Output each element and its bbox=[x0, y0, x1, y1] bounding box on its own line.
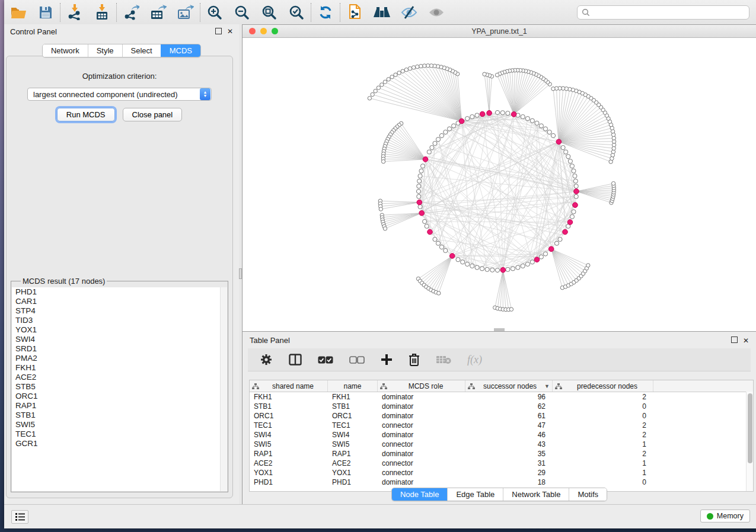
column-header-shared-name[interactable]: shared name bbox=[250, 380, 328, 392]
column-header-MCDS-role[interactable]: MCDS role bbox=[378, 380, 465, 392]
deselect-all-icon[interactable] bbox=[349, 352, 365, 367]
binoculars-icon[interactable] bbox=[373, 4, 391, 21]
table-panel: Table Panel ✕ bbox=[243, 334, 756, 505]
export-image-icon[interactable] bbox=[177, 4, 194, 21]
table-row[interactable]: PHD1PHD1dominator180 bbox=[250, 477, 753, 487]
table-row[interactable]: ORC1ORC1dominator610 bbox=[250, 411, 753, 421]
application-window: Control Panel ✕ NetworkStyleSelectMCDS O… bbox=[4, 0, 756, 528]
zoom-selected-icon[interactable] bbox=[288, 4, 305, 21]
tree-column-icon bbox=[252, 383, 259, 389]
import-network-icon[interactable] bbox=[66, 4, 84, 21]
mcds-result-item[interactable]: SWI5 bbox=[12, 420, 227, 430]
cell-shared-name: TEC1 bbox=[250, 421, 328, 430]
mcds-result-item[interactable]: FKH1 bbox=[12, 363, 227, 373]
tab-motifs[interactable]: Motifs bbox=[569, 488, 607, 501]
node-table: shared namenameMCDS rolesuccessor nodes▼… bbox=[249, 380, 754, 492]
tree-column-icon bbox=[468, 383, 475, 389]
export-network-icon[interactable] bbox=[122, 4, 140, 21]
splitter-grip[interactable] bbox=[239, 268, 242, 279]
mcds-result-item[interactable]: YOX1 bbox=[12, 325, 227, 335]
table-row[interactable]: RAP1RAP1dominator352 bbox=[250, 449, 753, 459]
column-header-name[interactable]: name bbox=[328, 380, 378, 392]
mcds-result-item[interactable]: SWI4 bbox=[12, 335, 227, 344]
zoom-fit-icon[interactable] bbox=[260, 4, 278, 21]
network-window: YPA_prune.txt_1 bbox=[243, 24, 756, 332]
sort-menu-icon[interactable]: ▼ bbox=[544, 383, 550, 389]
function-builder-icon[interactable]: f(x) bbox=[467, 352, 482, 367]
tab-network-table[interactable]: Network Table bbox=[503, 488, 569, 501]
list-menu-icon bbox=[15, 513, 25, 521]
tab-edge-table[interactable]: Edge Table bbox=[447, 488, 503, 501]
close-panel-button[interactable]: Close panel bbox=[123, 108, 183, 121]
table-header-row: shared namenameMCDS rolesuccessor nodes▼… bbox=[250, 380, 753, 392]
tab-network[interactable]: Network bbox=[43, 44, 88, 57]
tab-node-table[interactable]: Node Table bbox=[392, 488, 448, 501]
hide-selected-eye-icon[interactable] bbox=[400, 4, 418, 21]
status-menu-button[interactable] bbox=[11, 510, 28, 524]
mcds-result-item[interactable]: TEC1 bbox=[12, 430, 227, 439]
network-hscroll-thumb[interactable] bbox=[494, 328, 505, 331]
network-canvas[interactable] bbox=[243, 38, 756, 331]
tab-mcds[interactable]: MCDS bbox=[161, 44, 200, 57]
mcds-result-item[interactable]: PMA2 bbox=[12, 354, 227, 363]
mcds-result-item[interactable]: RAP1 bbox=[12, 401, 227, 411]
cell-shared-name: SWI5 bbox=[250, 440, 328, 448]
mcds-result-item[interactable]: SRD1 bbox=[12, 344, 227, 354]
float-panel-icon[interactable] bbox=[215, 28, 222, 36]
dropdown-stepper-icon: ▲▼ bbox=[200, 88, 210, 100]
column-header-successor-nodes[interactable]: successor nodes▼ bbox=[465, 380, 553, 392]
mcds-result-item[interactable]: ACE2 bbox=[12, 373, 227, 382]
tab-select[interactable]: Select bbox=[122, 44, 161, 57]
table-scrollbar[interactable] bbox=[746, 392, 753, 491]
show-selected-eye-icon[interactable] bbox=[428, 4, 445, 21]
cell-shared-name: YOX1 bbox=[250, 469, 328, 477]
import-table-icon[interactable] bbox=[93, 4, 111, 21]
mcds-result-item[interactable]: STB1 bbox=[12, 411, 227, 420]
table-row[interactable]: ACE2ACE2connector311 bbox=[250, 459, 753, 468]
mcds-result-item[interactable]: STB5 bbox=[12, 382, 227, 392]
mcds-result-list[interactable]: PHD1CAR1STP4TID3YOX1SWI4SRD1PMA2FKH1ACE2… bbox=[12, 287, 227, 491]
cell-name: STB1 bbox=[328, 402, 378, 411]
network-window-titlebar[interactable]: YPA_prune.txt_1 bbox=[243, 25, 756, 38]
table-row[interactable]: YOX1YOX1connector291 bbox=[250, 468, 753, 477]
mcds-result-item[interactable]: PHD1 bbox=[12, 287, 227, 297]
select-all-icon[interactable] bbox=[318, 352, 333, 367]
cell-MCDS-role: connector bbox=[378, 421, 465, 430]
delete-table-icon[interactable] bbox=[436, 352, 451, 367]
column-header-predecessor-nodes[interactable]: predecessor nodes bbox=[553, 380, 653, 392]
mcds-result-item[interactable]: TID3 bbox=[12, 316, 227, 325]
list-scrollbar[interactable] bbox=[220, 287, 227, 491]
optimization-criterion-dropdown[interactable]: largest connected component (undirected)… bbox=[27, 88, 212, 101]
split-columns-icon[interactable] bbox=[289, 352, 302, 367]
memory-button[interactable]: Memory bbox=[700, 509, 750, 523]
refresh-icon[interactable] bbox=[317, 4, 334, 21]
table-row[interactable]: TEC1TEC1connector472 bbox=[250, 421, 753, 430]
share-document-icon[interactable] bbox=[346, 4, 363, 21]
export-table-icon[interactable] bbox=[149, 4, 167, 21]
table-row[interactable]: FKH1FKH1dominator962 bbox=[250, 392, 753, 402]
mcds-result-item[interactable]: ORC1 bbox=[12, 392, 227, 401]
table-settings-gear-icon[interactable] bbox=[260, 352, 273, 367]
mcds-result-item[interactable]: STP4 bbox=[12, 306, 227, 316]
table-row[interactable]: SWI4SWI4dominator462 bbox=[250, 430, 753, 440]
open-folder-icon[interactable] bbox=[9, 4, 27, 21]
table-row[interactable]: SWI5SWI5connector431 bbox=[250, 440, 753, 449]
tree-column-icon bbox=[380, 383, 387, 389]
table-scrollbar-thumb[interactable] bbox=[748, 393, 752, 463]
run-mcds-button[interactable]: Run MCDS bbox=[57, 108, 115, 121]
control-panel: Control Panel ✕ NetworkStyleSelectMCDS O… bbox=[4, 24, 239, 505]
zoom-out-icon[interactable] bbox=[233, 4, 251, 21]
mcds-result-item[interactable]: GCR1 bbox=[12, 439, 227, 448]
mcds-result-item[interactable]: CAR1 bbox=[12, 297, 227, 306]
float-table-panel-icon[interactable] bbox=[731, 336, 738, 344]
cell-MCDS-role: dominator bbox=[378, 431, 465, 439]
search-input[interactable] bbox=[577, 5, 749, 20]
zoom-in-icon[interactable] bbox=[206, 4, 224, 21]
close-panel-icon[interactable]: ✕ bbox=[227, 28, 233, 35]
add-column-icon[interactable] bbox=[381, 352, 393, 367]
close-table-panel-icon[interactable]: ✕ bbox=[743, 337, 749, 344]
delete-column-icon[interactable] bbox=[409, 352, 420, 367]
tab-style[interactable]: Style bbox=[88, 44, 122, 57]
save-icon[interactable] bbox=[37, 4, 55, 21]
table-row[interactable]: STB1STB1dominator620 bbox=[250, 402, 753, 411]
